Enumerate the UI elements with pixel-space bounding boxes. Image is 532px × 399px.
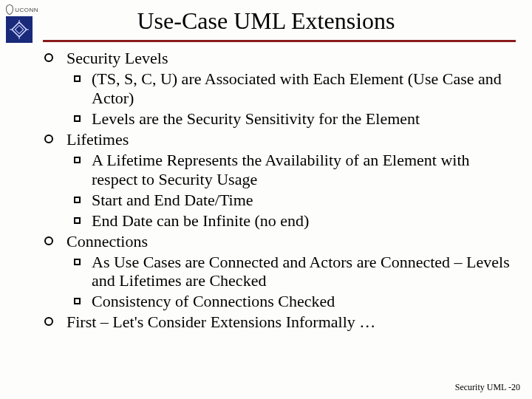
bullet-level2: Start and End Date/Time — [44, 191, 517, 210]
bullet-text: End Date can be Infinite (no end) — [92, 211, 309, 230]
bullet-text: Start and End Date/Time — [92, 191, 253, 209]
bullet-label: First – Let's Consider Extensions Inform… — [66, 313, 375, 331]
bullet-level2: Consistency of Connections Checked — [44, 292, 517, 311]
title-underline — [43, 40, 516, 42]
slide-footer: Security UML -20 — [455, 382, 520, 393]
slide: UCONN Use-Case UML Extensions Security L… — [0, 0, 532, 399]
bullet-level2: Levels are the Security Sensitivity for … — [44, 109, 517, 129]
bullet-label: Connections — [66, 232, 148, 250]
bullet-level2: (TS, S, C, U) are Associated with Each E… — [44, 69, 517, 108]
bullet-level1: First – Let's Consider Extensions Inform… — [44, 313, 517, 332]
bullet-level1: Connections — [44, 232, 517, 251]
bullet-level1: Security Levels — [44, 49, 517, 68]
bullet-level2: A Lifetime Represents the Availability o… — [44, 151, 517, 189]
bullet-label: Lifetimes — [66, 130, 129, 149]
bullet-label: Security Levels — [66, 49, 168, 67]
bullet-level2: End Date can be Infinite (no end) — [44, 211, 517, 231]
bullet-level2: As Use Cases are Connected and Actors ar… — [44, 253, 517, 291]
bullet-text: A Lifetime Represents the Availability o… — [92, 151, 470, 188]
bullet-text: Levels are the Security Sensitivity for … — [92, 109, 420, 128]
bullet-text: (TS, S, C, U) are Associated with Each E… — [92, 69, 502, 107]
slide-title: Use-Case UML Extensions — [0, 7, 532, 35]
bullet-text: Consistency of Connections Checked — [92, 292, 335, 310]
bullet-level1: Lifetimes — [44, 130, 517, 149]
bullet-text: As Use Cases are Connected and Actors ar… — [92, 253, 510, 290]
slide-body: Security Levels (TS, S, C, U) are Associ… — [44, 49, 517, 333]
